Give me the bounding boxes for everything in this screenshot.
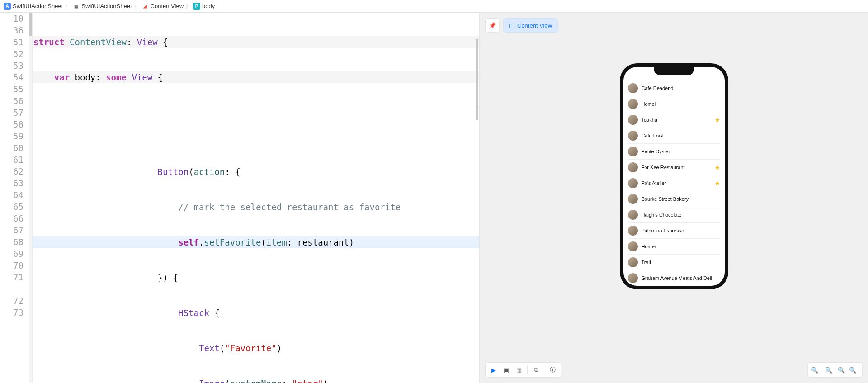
pin-icon: 📌 [489, 22, 496, 29]
restaurant-thumbnail [628, 257, 638, 267]
document-icon: ▢ [509, 22, 514, 29]
preview-mode-toolbar: ▶ ▣ ▦ ⧉ ⓘ [485, 362, 561, 378]
restaurant-thumbnail [628, 194, 638, 204]
zoom-actual-button[interactable]: 🔍 [822, 364, 835, 375]
restaurant-thumbnail [628, 99, 638, 109]
static-preview-button[interactable]: ▣ [500, 364, 513, 375]
list-item[interactable]: Graham Avenue Meats And Deli [628, 270, 720, 286]
preview-options-button[interactable]: ⓘ [546, 364, 559, 375]
restaurant-thumbnail [628, 226, 638, 236]
list-item[interactable]: For Kee Restaurant★ [628, 160, 720, 175]
restaurant-thumbnail [628, 273, 638, 283]
xcode-project-icon: A [4, 3, 11, 10]
star-icon: ★ [715, 117, 720, 123]
phone-screen: Cafe DeadendHomeiTeakha★Cafe LoislPetite… [623, 67, 725, 286]
pin-preview-button[interactable]: 📌 [485, 18, 500, 33]
restaurant-name-label: Cafe Deadend [642, 85, 720, 91]
restaurant-name-label: Petite Oyster [642, 149, 720, 154]
crumb-item[interactable]: SwiftUIActionSheet [13, 3, 63, 9]
restaurant-name-label: Homei [642, 244, 720, 249]
restaurant-name-label: Teakha [642, 117, 711, 123]
chevron-right-icon: 〉 [65, 2, 71, 10]
gutter: 10 36 51 52 53 54 55 56 57 58 59 60 61 6… [0, 13, 29, 383]
zoom-in-button[interactable]: 🔍⁺ [848, 364, 860, 375]
breadcrumb: A SwiftUIActionSheet 〉 ▤ SwiftUIActionSh… [0, 0, 868, 13]
property-icon: P [193, 3, 200, 10]
list-item[interactable]: Bourke Street Bakery [628, 191, 720, 207]
restaurant-name-label: Homei [642, 101, 720, 107]
crumb-item[interactable]: ContentView [151, 3, 184, 9]
list-item[interactable]: Homei [628, 239, 720, 255]
live-preview-button[interactable]: ▶ [487, 364, 500, 375]
restaurant-thumbnail [628, 131, 638, 141]
restaurant-name-label: Cafe Loisl [642, 133, 720, 138]
swift-file-icon: ◢ [142, 3, 149, 10]
sticky-ribbon [29, 13, 33, 36]
folder-icon: ▤ [72, 3, 80, 10]
list-item[interactable]: Petite Oyster [628, 144, 720, 160]
restaurant-name-label: Traif [642, 260, 720, 265]
restaurant-name-label: Graham Avenue Meats And Deli [642, 275, 720, 281]
list-item[interactable]: Haigh's Chocolate [628, 207, 720, 223]
preview-name-label: Content View [517, 22, 552, 29]
preview-selector-button[interactable]: ▢ Content View [503, 18, 558, 33]
iphone-preview[interactable]: Cafe DeadendHomeiTeakha★Cafe LoislPetite… [620, 63, 728, 289]
chevron-right-icon: 〉 [185, 2, 191, 10]
restaurant-thumbnail [628, 115, 638, 125]
zoom-out-button[interactable]: 🔍⁻ [810, 364, 822, 375]
restaurant-name-label: Palomino Espresso [642, 228, 720, 233]
variants-preview-button[interactable]: ▦ [513, 364, 525, 375]
list-item[interactable]: Cafe Loisl [628, 128, 720, 144]
list-item[interactable]: Homei [628, 96, 720, 112]
restaurant-name-label: Po's Atelier [642, 180, 711, 186]
star-icon: ★ [715, 164, 720, 171]
code-fold-ribbon[interactable] [29, 13, 33, 383]
preview-canvas: 📌 ▢ Content View Cafe DeadendHomeiTeakha… [479, 13, 868, 383]
restaurant-name-label: For Kee Restaurant [642, 165, 711, 170]
restaurant-thumbnail [628, 83, 638, 93]
crumb-item[interactable]: body [202, 3, 215, 9]
star-icon: ★ [715, 180, 720, 187]
restaurant-thumbnail [628, 241, 638, 251]
list-item[interactable]: Teakha★ [628, 112, 720, 128]
vertical-scrollbar[interactable] [476, 39, 478, 120]
code-editor[interactable]: 10 36 51 52 53 54 55 56 57 58 59 60 61 6… [0, 13, 479, 383]
zoom-toolbar: 🔍⁻ 🔍 🔍 🔍⁺ [807, 362, 863, 378]
restaurant-name-label: Haigh's Chocolate [642, 212, 720, 218]
restaurant-thumbnail [628, 178, 638, 188]
list-item[interactable]: Palomino Espresso [628, 223, 720, 239]
restaurant-name-label: Bourke Street Bakery [642, 196, 720, 202]
chevron-right-icon: 〉 [134, 2, 140, 10]
list-item[interactable]: Po's Atelier★ [628, 175, 720, 191]
device-settings-button[interactable]: ⧉ [529, 364, 542, 375]
list-item[interactable]: Traif [628, 255, 720, 270]
restaurant-thumbnail [628, 147, 638, 156]
restaurant-thumbnail [628, 210, 638, 220]
zoom-fit-button[interactable]: 🔍 [835, 364, 848, 375]
phone-notch [654, 66, 694, 75]
restaurant-thumbnail [628, 162, 638, 172]
list-item[interactable]: Cafe Deadend [628, 80, 720, 96]
restaurant-list[interactable]: Cafe DeadendHomeiTeakha★Cafe LoislPetite… [623, 80, 725, 286]
code-content[interactable]: struct ContentView: View { var body: som… [29, 13, 479, 383]
crumb-item[interactable]: SwiftUIActionSheet [81, 3, 132, 9]
